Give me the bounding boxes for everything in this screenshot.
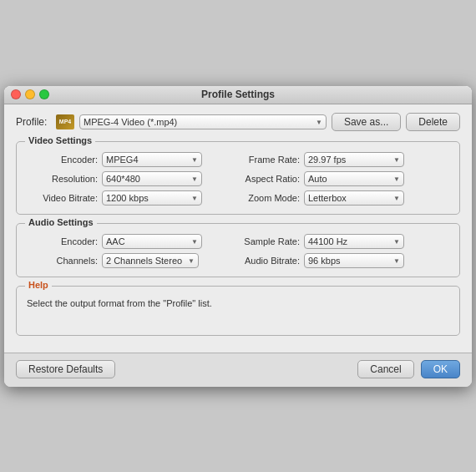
bottom-bar: Restore Defaults Cancel OK [4, 353, 472, 387]
audio-right-col: Sample Rate: 44100 Hz 22050 Hz 48000 Hz … [241, 234, 449, 268]
aspect-ratio-row: Aspect Ratio: Auto 4:3 16:9 1:1 [241, 171, 449, 186]
sample-rate-select[interactable]: 44100 Hz 22050 Hz 48000 Hz 8000 Hz [304, 234, 404, 249]
video-settings-grid: Encoder: MPEG4 H.264 H.265 WMV Resolutio… [27, 152, 449, 206]
channels-row: Channels: 2 Channels Stereo Mono 5.1 Sur… [27, 253, 235, 268]
titlebar: Profile Settings [4, 86, 472, 104]
aspect-ratio-label: Aspect Ratio: [241, 174, 300, 184]
help-text: Select the output format from the "Profi… [27, 297, 449, 311]
channels-select[interactable]: 2 Channels Stereo Mono 5.1 Surround [102, 253, 199, 268]
audio-bitrate-label: Audio Bitrate: [241, 256, 300, 266]
bottom-right-buttons: Cancel OK [357, 360, 460, 378]
frame-rate-select[interactable]: 29.97 fps 25 fps 24 fps 30 fps [304, 152, 404, 167]
help-title: Help [25, 280, 52, 290]
resolution-select[interactable]: 640*480 1280*720 1920*1080 320*240 [102, 171, 202, 186]
channels-select-wrapper: 2 Channels Stereo Mono 5.1 Surround [102, 253, 199, 268]
audio-bitrate-select-wrapper: 96 kbps 128 kbps 192 kbps 64 kbps [304, 253, 404, 268]
delete-button[interactable]: Delete [406, 113, 460, 131]
audio-settings-section: Audio Settings Encoder: AAC MP3 WMA AC3 [16, 223, 460, 277]
aspect-ratio-select[interactable]: Auto 4:3 16:9 1:1 [304, 171, 404, 186]
maximize-button[interactable] [39, 89, 49, 99]
zoom-mode-label: Zoom Mode: [241, 193, 300, 203]
audio-settings-grid: Encoder: AAC MP3 WMA AC3 Channels: [27, 234, 449, 268]
save-as-button[interactable]: Save as... [332, 113, 401, 131]
help-text-content: Select the output format from the "Profi… [27, 298, 212, 308]
video-bitrate-row: Video Bitrate: 1200 kbps 800 kbps 2000 k… [27, 190, 235, 206]
restore-defaults-button[interactable]: Restore Defaults [16, 360, 115, 378]
main-content: Profile: MP4 MPEG-4 Video (*.mp4) AVI MP… [4, 104, 472, 353]
resolution-select-wrapper: 640*480 1280*720 1920*1080 320*240 [102, 171, 202, 186]
profile-label: Profile: [16, 116, 51, 128]
titlebar-buttons [11, 89, 49, 99]
audio-settings-title: Audio Settings [25, 217, 97, 227]
zoom-mode-select-wrapper: Letterbox Pan & Scan Full None [304, 190, 404, 206]
video-bitrate-select[interactable]: 1200 kbps 800 kbps 2000 kbps 4000 kbps [102, 190, 202, 206]
window-title: Profile Settings [201, 89, 275, 100]
encoder-select-wrapper: MPEG4 H.264 H.265 WMV [102, 152, 202, 167]
encoder-label: Encoder: [27, 155, 98, 165]
audio-bitrate-row: Audio Bitrate: 96 kbps 128 kbps 192 kbps… [241, 253, 449, 268]
audio-encoder-label: Encoder: [27, 236, 98, 246]
profile-icon-text: MP4 [59, 119, 71, 124]
cancel-button[interactable]: Cancel [357, 360, 413, 378]
profile-row: Profile: MP4 MPEG-4 Video (*.mp4) AVI MP… [16, 113, 460, 131]
audio-encoder-select[interactable]: AAC MP3 WMA AC3 [102, 234, 202, 249]
frame-rate-select-wrapper: 29.97 fps 25 fps 24 fps 30 fps [304, 152, 404, 167]
video-right-col: Frame Rate: 29.97 fps 25 fps 24 fps 30 f… [241, 152, 449, 206]
encoder-row: Encoder: MPEG4 H.264 H.265 WMV [27, 152, 235, 167]
profile-select-wrapper: MPEG-4 Video (*.mp4) AVI MP3 Audio AAC A… [79, 114, 327, 129]
audio-encoder-row: Encoder: AAC MP3 WMA AC3 [27, 234, 235, 249]
audio-left-col: Encoder: AAC MP3 WMA AC3 Channels: [27, 234, 235, 268]
resolution-label: Resolution: [27, 174, 98, 184]
sample-rate-label: Sample Rate: [241, 236, 300, 246]
zoom-mode-row: Zoom Mode: Letterbox Pan & Scan Full Non… [241, 190, 449, 206]
frame-rate-row: Frame Rate: 29.97 fps 25 fps 24 fps 30 f… [241, 152, 449, 167]
channels-label: Channels: [27, 256, 98, 266]
close-button[interactable] [11, 89, 21, 99]
audio-bitrate-select[interactable]: 96 kbps 128 kbps 192 kbps 64 kbps [304, 253, 404, 268]
video-settings-section: Video Settings Encoder: MPEG4 H.264 H.26… [16, 141, 460, 215]
frame-rate-label: Frame Rate: [241, 155, 300, 165]
video-bitrate-select-wrapper: 1200 kbps 800 kbps 2000 kbps 4000 kbps [102, 190, 202, 206]
sample-rate-select-wrapper: 44100 Hz 22050 Hz 48000 Hz 8000 Hz [304, 234, 404, 249]
video-left-col: Encoder: MPEG4 H.264 H.265 WMV Resolutio… [27, 152, 235, 206]
ok-button[interactable]: OK [421, 360, 460, 378]
audio-encoder-select-wrapper: AAC MP3 WMA AC3 [102, 234, 202, 249]
help-section: Help Select the output format from the "… [16, 286, 460, 336]
main-window: Profile Settings Profile: MP4 MPEG-4 Vid… [4, 86, 472, 387]
video-bitrate-label: Video Bitrate: [27, 193, 98, 203]
aspect-ratio-select-wrapper: Auto 4:3 16:9 1:1 [304, 171, 404, 186]
video-settings-title: Video Settings [25, 135, 95, 145]
profile-format-icon: MP4 [56, 114, 74, 129]
profile-select[interactable]: MPEG-4 Video (*.mp4) AVI MP3 Audio AAC A… [79, 114, 327, 129]
resolution-row: Resolution: 640*480 1280*720 1920*1080 3… [27, 171, 235, 186]
sample-rate-row: Sample Rate: 44100 Hz 22050 Hz 48000 Hz … [241, 234, 449, 249]
video-encoder-select[interactable]: MPEG4 H.264 H.265 WMV [102, 152, 202, 167]
zoom-mode-select[interactable]: Letterbox Pan & Scan Full None [304, 190, 404, 206]
minimize-button[interactable] [25, 89, 35, 99]
